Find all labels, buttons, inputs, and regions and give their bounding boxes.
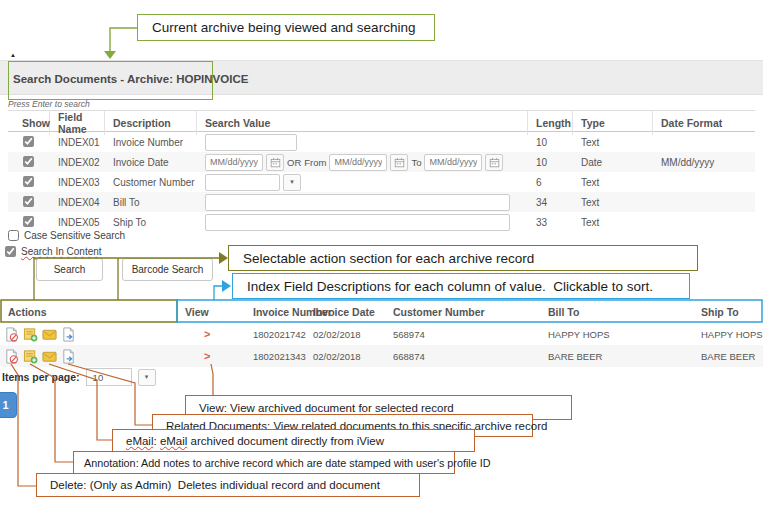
cell-invoice-number: 1802021343 xyxy=(245,351,305,362)
invoice-date-input[interactable] xyxy=(205,154,263,171)
results-col-ship-to[interactable]: Ship To xyxy=(693,306,763,318)
invoice-date-from-input[interactable] xyxy=(329,154,387,171)
search-row-index03: INDEX03 Customer Number ▾ 6 Text xyxy=(8,172,755,192)
results-col-bill-to[interactable]: Bill To xyxy=(540,306,693,318)
page-1-button[interactable]: 1 xyxy=(0,392,17,418)
field-length: 33 xyxy=(528,217,573,228)
to-label: To xyxy=(411,157,421,168)
results-col-invoice-number[interactable]: Invoice Number xyxy=(245,306,305,318)
search-row-index05: INDEX05 Ship To 33 Text xyxy=(8,212,755,232)
results-col-customer-number[interactable]: Customer Number xyxy=(385,306,540,318)
result-row-1: > 1802021742 02/02/2018 568974 HAPPY HOP… xyxy=(0,323,763,345)
items-per-page-row: Items per page: 10 ▾ xyxy=(2,368,156,386)
cell-customer-number: 568974 xyxy=(385,329,540,340)
callout-actions-section: Selectable action section for each archi… xyxy=(228,245,698,271)
or-label: OR xyxy=(287,157,301,168)
case-sensitive-checkbox[interactable] xyxy=(8,230,19,241)
calendar-icon[interactable] xyxy=(266,154,284,171)
bill-to-input[interactable] xyxy=(205,194,510,211)
items-per-page-dropdown-icon[interactable]: ▾ xyxy=(138,369,156,386)
show-checkbox-index03[interactable] xyxy=(23,176,34,187)
search-button[interactable]: Search xyxy=(36,258,103,281)
results-col-invoice-date[interactable]: Invoice Date xyxy=(305,306,385,318)
field-name: INDEX02 xyxy=(50,157,105,168)
col-header-description: Description xyxy=(105,111,197,135)
cell-invoice-date: 02/02/2018 xyxy=(305,329,385,340)
invoice-number-input[interactable] xyxy=(205,134,297,151)
field-description: Customer Number xyxy=(105,177,197,188)
field-description: Invoice Date xyxy=(105,157,197,168)
items-per-page-value[interactable]: 10 xyxy=(86,368,132,386)
results-col-view: View xyxy=(170,306,245,318)
search-row-index01: INDEX01 Invoice Number 10 Text xyxy=(8,132,755,152)
from-label: From xyxy=(304,157,326,168)
callout-annotation-text: Annotation: Add notes to archive record … xyxy=(84,457,491,469)
cell-ship-to: BARE BEER xyxy=(693,351,763,362)
results-table: Actions View Invoice Number Invoice Date… xyxy=(0,300,763,367)
field-length: 10 xyxy=(528,157,573,168)
search-criteria-table: Show Field Name Description Search Value… xyxy=(8,110,755,232)
callout-delete: Delete: (Only as Admin) Deletes individu… xyxy=(36,473,420,497)
cell-bill-to: BARE BEER xyxy=(540,351,693,362)
search-in-content-row: Search In Content xyxy=(5,246,102,257)
show-checkbox-index01[interactable] xyxy=(23,136,34,147)
view-document-chevron[interactable]: > xyxy=(170,328,245,340)
col-header-search-value: Search Value xyxy=(197,111,528,135)
show-checkbox-index05[interactable] xyxy=(23,216,34,227)
delete-record-icon[interactable] xyxy=(4,349,19,364)
callout-email-word2: eMail xyxy=(160,435,187,447)
view-document-chevron[interactable]: > xyxy=(170,350,245,362)
invoice-date-to-input[interactable] xyxy=(424,154,482,171)
result-row-2: > 1802021343 02/02/2018 668874 BARE BEER… xyxy=(0,345,763,367)
related-documents-icon[interactable] xyxy=(61,349,76,364)
annotation-icon[interactable] xyxy=(23,349,38,364)
page-title: Search Documents - Archive: HOPINVOICE xyxy=(13,73,248,85)
callout-email-word1: eMail xyxy=(126,435,153,447)
search-in-content-checkbox[interactable] xyxy=(5,246,16,257)
related-documents-icon[interactable] xyxy=(61,327,76,342)
field-name: INDEX03 xyxy=(50,177,105,188)
show-checkbox-index04[interactable] xyxy=(23,196,34,207)
cell-invoice-number: 1802021742 xyxy=(245,329,305,340)
col-header-date-format: Date Format xyxy=(653,111,755,135)
field-type: Date xyxy=(573,157,653,168)
case-sensitive-label: Case Sensitive Search xyxy=(24,230,125,241)
field-type: Text xyxy=(573,137,653,148)
field-name: INDEX05 xyxy=(50,217,105,228)
field-length: 34 xyxy=(528,197,573,208)
delete-record-icon[interactable] xyxy=(4,327,19,342)
col-header-type: Type xyxy=(573,111,653,135)
field-description: Invoice Number xyxy=(105,137,197,148)
email-icon[interactable] xyxy=(42,349,57,364)
screenshot-stage: Current archive being viewed and searchi… xyxy=(0,0,763,509)
customer-number-input[interactable] xyxy=(205,174,280,191)
barcode-search-button[interactable]: Barcode Search xyxy=(122,258,213,281)
callout-index-fields: Index Field Descriptions for each column… xyxy=(232,273,690,299)
callout-email: eMail: eMail archived document directly … xyxy=(112,429,475,452)
calendar-icon[interactable] xyxy=(485,154,503,171)
calendar-icon[interactable] xyxy=(390,154,408,171)
results-header-row: Actions View Invoice Number Invoice Date… xyxy=(0,300,763,323)
col-header-length: Length xyxy=(528,111,573,135)
col-header-field-name: Field Name xyxy=(50,111,105,135)
results-col-actions: Actions xyxy=(0,306,170,318)
press-enter-hint: Press Enter to search xyxy=(8,99,90,109)
collapse-panel-icon[interactable]: ▲ xyxy=(10,52,16,58)
callout-actions-text: Selectable action section for each archi… xyxy=(243,251,534,266)
callout-view-text: View: View archived document for selecte… xyxy=(199,402,454,414)
ship-to-input[interactable] xyxy=(205,214,510,231)
show-checkbox-index02[interactable] xyxy=(23,156,34,167)
search-row-index02: INDEX02 Invoice Date OR From To 10 xyxy=(8,152,755,172)
callout-current-archive-text: Current archive being viewed and searchi… xyxy=(152,20,415,35)
callout-index-fields-text: Index Field Descriptions for each column… xyxy=(247,279,653,294)
email-icon[interactable] xyxy=(42,327,57,342)
callout-delete-text: Delete: (Only as Admin) Deletes individu… xyxy=(50,479,380,491)
field-description: Ship To xyxy=(105,217,197,228)
dropdown-arrow-icon[interactable]: ▾ xyxy=(283,174,301,191)
search-table-header-row: Show Field Name Description Search Value… xyxy=(8,110,755,132)
field-type: Text xyxy=(573,197,653,208)
cell-bill-to: HAPPY HOPS xyxy=(540,329,693,340)
annotation-icon[interactable] xyxy=(23,327,38,342)
field-name: INDEX01 xyxy=(50,137,105,148)
callout-current-archive: Current archive being viewed and searchi… xyxy=(137,14,435,41)
